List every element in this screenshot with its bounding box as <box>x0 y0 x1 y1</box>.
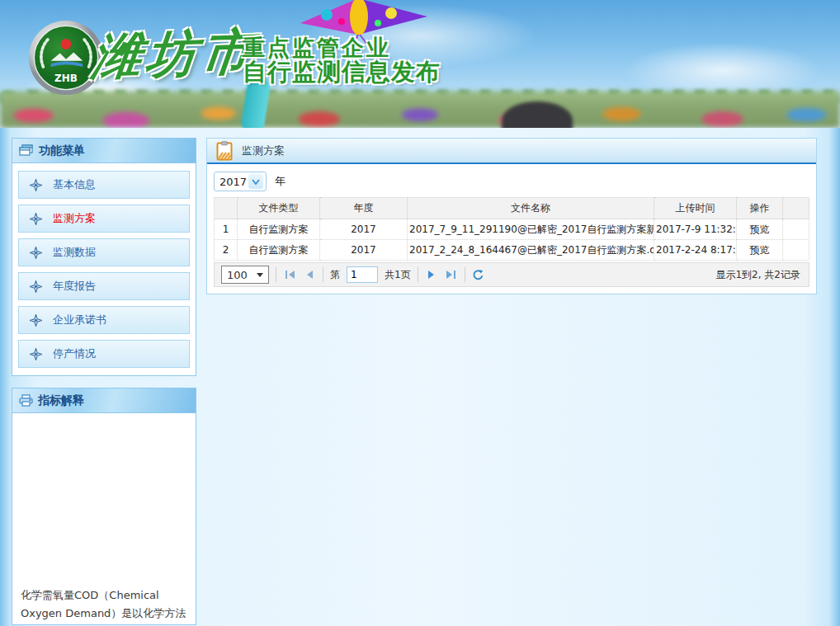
refresh-icon[interactable] <box>472 268 485 281</box>
cell-file-type: 自行监测方案 <box>238 219 320 240</box>
page-title: 监测方案 <box>242 144 285 158</box>
prev-page-icon[interactable] <box>303 268 316 281</box>
page-size-select[interactable]: 100 <box>221 266 269 284</box>
preview-link[interactable]: 预览 <box>737 219 783 240</box>
main-area: 监测方案 2017 年 <box>206 138 817 626</box>
year-label: 年 <box>275 174 286 189</box>
year-select[interactable]: 2017 <box>214 172 267 191</box>
table-row: 1 自行监测方案 2017 2017_7_9_11_291190@已解密_201… <box>215 219 809 240</box>
page-prefix-label: 第 <box>330 268 340 282</box>
indicator-explanation-body: 化学需氧量COD（Chemical Oxygen Demand）是以化学方法 <box>12 413 196 624</box>
table-row: 2 自行监测方案 2017 2017_2_24_8_164467@已解密_201… <box>215 240 809 261</box>
sidebar: 功能菜单 基本信息 监测方案 监测数据 <box>12 138 196 626</box>
compass-diamond-icon <box>30 213 42 225</box>
cell-upload-time: 2017-7-9 11:32:15 <box>654 219 737 240</box>
sidebar-item-label: 年度报告 <box>53 279 96 294</box>
table-header-row: 文件类型 年度 文件名称 上传时间 操作 <box>215 198 809 219</box>
cell-upload-time: 2017-2-24 8:17:06 <box>654 240 737 261</box>
cell-row-number: 1 <box>215 219 238 240</box>
sidebar-item-monitoring-plan[interactable]: 监测方案 <box>18 205 190 233</box>
pagination-bar: 100 第 共1页 <box>214 262 809 287</box>
col-year: 年度 <box>320 198 408 219</box>
compass-diamond-icon <box>30 247 42 259</box>
svg-text:ZHB: ZHB <box>54 73 78 84</box>
sidebar-item-label: 基本信息 <box>53 177 96 192</box>
site-banner: ZHB 潍坊市 重点监管企业 自行监测信息发布 <box>0 0 840 128</box>
site-city-title: 潍坊市 <box>88 19 259 92</box>
content-area: 功能菜单 基本信息 监测方案 监测数据 <box>0 128 840 626</box>
sidebar-item-production-halt[interactable]: 停产情况 <box>18 340 190 368</box>
cell-year: 2017 <box>320 219 408 240</box>
function-menu-header: 功能菜单 <box>12 139 196 163</box>
monitoring-plan-header: 监测方案 <box>207 139 816 164</box>
records-summary: 显示1到2, 共2记录 <box>715 268 800 282</box>
first-page-icon[interactable] <box>283 268 296 281</box>
cell-file-type: 自行监测方案 <box>238 240 320 261</box>
compass-diamond-icon <box>30 280 42 293</box>
divider <box>323 267 323 282</box>
last-page-icon[interactable] <box>445 268 458 281</box>
sidebar-item-label: 监测数据 <box>53 245 96 260</box>
divider <box>418 267 418 282</box>
cell-file-name: 2017_2_24_8_164467@已解密_2017自行监测方案.doc <box>408 240 654 261</box>
cell-year: 2017 <box>320 240 408 261</box>
cell-spacer <box>783 240 809 261</box>
documents-table: 文件类型 年度 文件名称 上传时间 操作 1 自行监测方案 <box>214 197 809 261</box>
cell-spacer <box>783 219 809 240</box>
printer-icon <box>19 394 33 407</box>
compass-diamond-icon <box>30 179 42 191</box>
col-file-name: 文件名称 <box>408 198 654 219</box>
chevron-down-icon <box>248 174 263 189</box>
divider <box>276 267 276 282</box>
indicator-explanation-header: 指标解释 <box>12 388 196 413</box>
cell-file-name: 2017_7_9_11_291190@已解密_2017自行监测方案新.doc <box>408 219 654 240</box>
function-menu-panel: 功能菜单 基本信息 监测方案 监测数据 <box>12 138 196 376</box>
sidebar-item-annual-report[interactable]: 年度报告 <box>18 272 190 300</box>
compass-diamond-icon <box>30 348 42 360</box>
cell-row-number: 2 <box>215 240 238 261</box>
sidebar-item-basic-info[interactable]: 基本信息 <box>18 171 190 199</box>
sidebar-item-enterprise-commitment[interactable]: 企业承诺书 <box>18 306 190 334</box>
indicator-explanation-panel: 指标解释 化学需氧量COD（Chemical Oxygen Demand）是以化… <box>12 388 196 625</box>
page-size-value: 100 <box>227 269 248 281</box>
sidebar-item-label: 企业承诺书 <box>53 313 106 327</box>
preview-link[interactable]: 预览 <box>737 240 783 261</box>
page-number-input[interactable] <box>347 266 378 283</box>
col-row-number <box>215 198 238 219</box>
sidebar-item-monitoring-data[interactable]: 监测数据 <box>18 238 190 266</box>
function-menu-title: 功能菜单 <box>39 144 85 158</box>
divider <box>465 267 465 282</box>
col-spacer <box>783 198 809 219</box>
sidebar-item-label: 监测方案 <box>53 211 96 226</box>
caret-down-icon <box>257 273 263 277</box>
col-file-type: 文件类型 <box>238 198 320 219</box>
clipboard-icon <box>216 141 233 161</box>
page: ZHB 潍坊市 重点监管企业 自行监测信息发布 功能菜单 <box>0 0 840 626</box>
indicator-scrolling-text: 化学需氧量COD（Chemical Oxygen Demand）是以化学方法 <box>21 586 191 623</box>
indicator-explanation-title: 指标解释 <box>38 393 84 408</box>
sidebar-item-label: 停产情况 <box>53 346 96 361</box>
year-select-value: 2017 <box>219 176 247 188</box>
col-action: 操作 <box>737 198 783 219</box>
compass-diamond-icon <box>30 314 42 327</box>
monitoring-plan-body: 2017 年 <box>207 164 816 294</box>
next-page-icon[interactable] <box>425 268 438 281</box>
monitoring-plan-panel: 监测方案 2017 年 <box>206 138 817 294</box>
total-pages-label: 共1页 <box>385 268 411 282</box>
crowd-photo-strip <box>0 92 840 128</box>
col-upload-time: 上传时间 <box>654 198 737 219</box>
function-menu-list: 基本信息 监测方案 监测数据 年度报告 <box>12 163 196 375</box>
folder-icon <box>19 144 34 157</box>
site-subtitle-line2: 自行监测信息发布 <box>243 56 441 89</box>
year-filter-row: 2017 年 <box>214 172 809 191</box>
